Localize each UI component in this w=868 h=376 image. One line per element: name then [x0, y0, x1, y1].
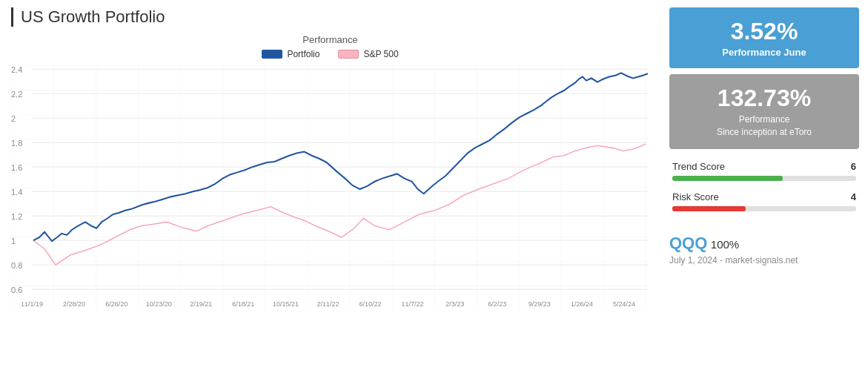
svg-text:11/7/22: 11/7/22: [402, 300, 424, 308]
risk-score-label: Risk Score: [672, 191, 719, 202]
holding-percentage: 100%: [711, 238, 739, 251]
svg-text:0.6: 0.6: [11, 286, 22, 294]
svg-text:1.6: 1.6: [11, 163, 22, 172]
svg-text:9/29/23: 9/29/23: [529, 300, 551, 308]
svg-text:0.8: 0.8: [11, 261, 22, 270]
risk-score-value: 4: [851, 191, 856, 202]
chart-legend: Portfolio S&P 500: [11, 49, 649, 59]
performance-chart: 2.4 2.2 2 1.8 1.6 1.4 1.2 1 0.8 0.6: [11, 65, 649, 310]
legend-portfolio: Portfolio: [262, 49, 319, 59]
svg-text:5/24/24: 5/24/24: [613, 300, 635, 308]
legend-portfolio-label: Portfolio: [287, 49, 319, 59]
svg-rect-0: [11, 65, 649, 310]
svg-text:1.2: 1.2: [11, 212, 22, 221]
performance-inception-label: Performance Since inception at eToro: [677, 113, 852, 139]
right-panel: 3.52% Performance June 132.73% Performan…: [660, 0, 868, 376]
svg-text:10/15/21: 10/15/21: [273, 300, 299, 308]
performance-inception-card: 132.73% Performance Since inception at e…: [669, 74, 859, 149]
sp500-swatch: [338, 50, 359, 59]
portfolio-swatch: [262, 50, 282, 59]
svg-text:6/10/22: 6/10/22: [360, 300, 382, 308]
svg-text:1.4: 1.4: [11, 188, 22, 197]
trend-score-bar-fill: [672, 176, 783, 181]
performance-june-value: 3.52%: [677, 18, 852, 45]
svg-text:1: 1: [11, 237, 16, 245]
trend-score-label: Trend Score: [672, 161, 725, 172]
trend-score-value: 6: [851, 161, 856, 172]
performance-june-card: 3.52% Performance June: [669, 7, 859, 68]
svg-text:2/19/21: 2/19/21: [190, 300, 212, 308]
svg-text:6/26/20: 6/26/20: [105, 300, 127, 308]
chart-area: 2.4 2.2 2 1.8 1.6 1.4 1.2 1 0.8 0.6: [11, 65, 649, 310]
holding-row: QQQ 100% July 1, 2024 - market-signals.n…: [669, 234, 859, 265]
scores-section: Trend Score 6 Risk Score 4: [669, 155, 859, 225]
svg-text:6/18/21: 6/18/21: [232, 300, 254, 308]
svg-text:2/28/20: 2/28/20: [63, 300, 85, 308]
performance-inception-value: 132.73%: [677, 85, 852, 112]
svg-text:11/1/19: 11/1/19: [21, 300, 43, 308]
legend-sp500: S&P 500: [338, 49, 398, 59]
risk-score-row: Risk Score 4: [672, 191, 856, 211]
holding-date: July 1, 2024 - market-signals.net: [669, 255, 859, 265]
legend-sp500-label: S&P 500: [363, 49, 398, 59]
chart-container: Performance Portfolio S&P 500: [11, 34, 649, 331]
svg-text:2/11/22: 2/11/22: [317, 300, 339, 308]
risk-score-header: Risk Score 4: [672, 191, 856, 202]
svg-text:2: 2: [11, 114, 16, 123]
svg-text:2.4: 2.4: [11, 65, 22, 74]
performance-june-label: Performance June: [677, 47, 852, 58]
risk-score-bar-bg: [672, 206, 856, 211]
trend-score-row: Trend Score 6: [672, 161, 856, 181]
trend-score-bar-bg: [672, 176, 856, 181]
svg-text:1/26/24: 1/26/24: [571, 300, 593, 308]
risk-score-bar-fill: [672, 206, 746, 211]
svg-text:1.8: 1.8: [11, 139, 22, 148]
left-panel: US Growth Portfolio Performance Portfoli…: [0, 0, 660, 376]
svg-text:6/2/23: 6/2/23: [488, 300, 506, 308]
holding-ticker[interactable]: QQQ: [669, 234, 707, 252]
chart-title: Performance: [11, 34, 649, 45]
page-title: US Growth Portfolio: [11, 7, 649, 27]
svg-text:2/3/23: 2/3/23: [445, 300, 464, 308]
svg-text:2.2: 2.2: [11, 90, 22, 99]
trend-score-header: Trend Score 6: [672, 161, 856, 172]
svg-text:10/23/20: 10/23/20: [146, 300, 172, 308]
